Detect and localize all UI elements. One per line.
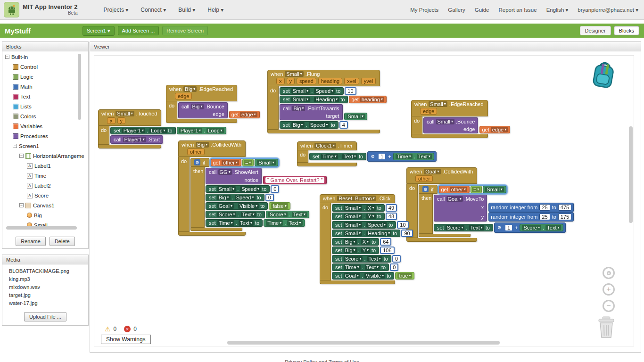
dropdown-visible[interactable]: Visible▾ — [364, 273, 385, 279]
tree-item-variables[interactable]: Variables — [2, 121, 88, 131]
screen-selector-button[interactable]: Screen1 ▾ — [83, 26, 115, 36]
link-report-an-issue[interactable]: Report an Issue — [498, 7, 537, 13]
component-getter-block[interactable]: Score▾.Text▾ — [266, 211, 309, 218]
dropdown-loop[interactable]: Loop▾ — [206, 128, 224, 133]
get-variable-block[interactable]: getedge▾ — [479, 126, 510, 133]
param-other[interactable]: other — [187, 148, 205, 155]
dropdown-score[interactable]: Score▾ — [446, 225, 465, 230]
dropdown-big[interactable]: Big▾ — [196, 142, 209, 148]
dropdown-score[interactable]: Score▾ — [344, 256, 363, 262]
zoom-in-button[interactable]: + — [603, 283, 615, 296]
tree-item-label1[interactable]: ALabel1 — [2, 161, 88, 171]
set-block[interactable]: setSmall▾.Speed▾to0 — [206, 185, 279, 193]
dropdown-big[interactable]: Big▾ — [291, 122, 305, 128]
tree-item-lists[interactable]: Lists — [2, 101, 88, 111]
dropdown-big[interactable]: Big▾ — [191, 104, 204, 109]
get-variable-block[interactable]: getother▾ — [439, 186, 470, 193]
tree-item-colors[interactable]: Colors — [2, 111, 88, 121]
set-block[interactable]: setSmall▾.Speed▾to10 — [332, 221, 409, 229]
set-block[interactable]: setScore▾.Text▾to⚙1+Score▾.Text▾ — [434, 222, 566, 233]
link-gallery[interactable]: Gallery — [448, 7, 465, 13]
collapse-icon[interactable]: − — [5, 55, 9, 59]
param-x[interactable]: x — [276, 78, 285, 84]
component-block[interactable]: Small▾ — [483, 186, 506, 193]
collapse-icon[interactable]: − — [19, 154, 24, 158]
param-x[interactable]: x — [107, 117, 116, 124]
number-block[interactable]: 48 — [386, 213, 397, 220]
dropdown-other[interactable]: other▾ — [222, 160, 239, 165]
dropdown-speed[interactable]: Speed▾ — [314, 88, 335, 94]
get-variable-block[interactable]: getedge▾ — [229, 111, 260, 118]
mutator-gear-icon[interactable]: ⚙ — [422, 186, 429, 192]
tree-item-built-in[interactable]: −Built-in — [2, 52, 88, 62]
set-block[interactable]: setTime▾.Text▾to⚙1+Time▾.Text▾ — [309, 151, 437, 162]
number-block[interactable]: 64 — [380, 238, 391, 246]
tree-item-math[interactable]: Math — [2, 82, 88, 91]
dropdown-y[interactable]: Y▾ — [366, 214, 375, 219]
dropdown-player1[interactable]: Player1▾ — [122, 128, 145, 133]
dropdown-false[interactable]: false▾ — [271, 203, 288, 209]
dropdown-text[interactable]: Text▾ — [417, 154, 432, 159]
dropdown-text[interactable]: Text▾ — [287, 220, 302, 226]
media-file-mixdown-wav[interactable]: mixdown.wav — [9, 283, 88, 291]
dropdown-visible[interactable]: Visible▾ — [238, 203, 259, 209]
tree-item-big[interactable]: Big — [2, 210, 88, 220]
dropdown-text[interactable]: Text▾ — [292, 212, 307, 217]
set-block[interactable]: setBig▾.Speed▾to0 — [206, 194, 274, 201]
mutator-gear-icon[interactable]: ⚙ — [194, 159, 200, 165]
get-variable-block[interactable]: getheading▾ — [349, 96, 386, 103]
text-string-block[interactable]: “ Game Over. Restart? ” — [263, 176, 327, 184]
random-to-value[interactable]: 475 — [558, 204, 571, 211]
media-file-king-mp3[interactable]: king.mp3 — [9, 275, 88, 283]
random-integer-block[interactable]: random integer from25to175 — [488, 212, 574, 222]
component-getter-block[interactable]: Time▾.Text▾ — [393, 153, 434, 160]
dropdown-goal[interactable]: Goal▾ — [344, 273, 360, 279]
link-english[interactable]: English ▾ — [546, 7, 569, 13]
set-block[interactable]: setBig▾.Speed▾to4 — [280, 121, 348, 129]
dropdown-score[interactable]: Score▾ — [217, 212, 237, 217]
component-getter-block[interactable]: Player1▾.Loop▾ — [177, 127, 226, 134]
remove-screen-button[interactable]: Remove Screen — [162, 26, 208, 35]
tree-item-control[interactable]: Control — [2, 62, 88, 72]
set-block[interactable]: setSmall▾.Heading▾to90 — [332, 230, 413, 237]
random-integer-block[interactable]: random integer from25to475 — [488, 203, 574, 212]
delete-button[interactable]: Delete — [50, 237, 75, 246]
dropdown-small[interactable]: Small▾ — [347, 114, 365, 119]
component-block[interactable]: Small▾ — [255, 159, 278, 166]
set-block[interactable]: setScore▾.Text▾toScore▾.Text▾ — [206, 211, 309, 218]
number-block[interactable]: 10 — [345, 87, 356, 95]
dropdown-small[interactable]: Small▾ — [485, 187, 504, 192]
number-block[interactable]: 90 — [401, 230, 413, 237]
event-block-small-edgereached[interactable]: whenSmall▾.EdgeReachededgedocallSmall▾.B… — [411, 100, 510, 138]
set-block[interactable]: setBig▾.X▾to64 — [332, 238, 391, 246]
equals-operator[interactable]: =▾ — [242, 159, 254, 166]
set-block[interactable]: setPlayer1▾.Loop▾toPlayer1▾.Loop▾ — [110, 127, 226, 134]
param-edge[interactable]: edge — [420, 108, 437, 115]
number-block[interactable]: 1 — [378, 153, 386, 160]
dropdown-player1[interactable]: Player1▾ — [123, 137, 146, 142]
menu-build[interactable]: Build ▾ — [178, 7, 195, 13]
dropdown-small[interactable]: Small▾ — [257, 160, 276, 165]
trash-icon[interactable] — [596, 316, 617, 338]
if-block[interactable]: ⚙ifgetother▾=▾Small▾thencallGG▾.ShowAler… — [190, 158, 327, 231]
dropdown-text[interactable]: Text▾ — [241, 212, 256, 217]
dropdown-[interactable]: =▾ — [244, 160, 252, 165]
call-block[interactable]: callGoal▾.MoveToxrandom integer from25to… — [434, 195, 574, 222]
upload-file-button[interactable]: Upload File ... — [24, 312, 66, 321]
menu-connect[interactable]: Connect ▾ — [140, 7, 166, 13]
dropdown-heading[interactable]: Heading▾ — [314, 97, 339, 102]
param-heading[interactable]: heading — [318, 78, 342, 84]
dropdown-text[interactable]: Text▾ — [342, 154, 357, 159]
param-edge[interactable]: edge — [175, 93, 192, 99]
dropdown-small[interactable]: Small▾ — [344, 230, 363, 236]
tree-item-screen1[interactable]: −Screen1 — [2, 141, 88, 151]
media-file-water-17-jpg[interactable]: water-17.jpg — [9, 299, 88, 307]
dropdown-small[interactable]: Small▾ — [116, 111, 134, 116]
number-block[interactable]: 106 — [380, 247, 394, 254]
dropdown-text[interactable]: Text▾ — [545, 225, 561, 230]
blocks-button[interactable]: Blocks — [614, 26, 639, 35]
canvas-vertical-scrollbar[interactable] — [629, 126, 633, 223]
call-block[interactable]: callBig▾.PointTowardstargetSmall▾ — [280, 104, 367, 120]
param-y[interactable]: y — [287, 78, 295, 84]
tree-item-logic[interactable]: Logic — [2, 72, 88, 82]
